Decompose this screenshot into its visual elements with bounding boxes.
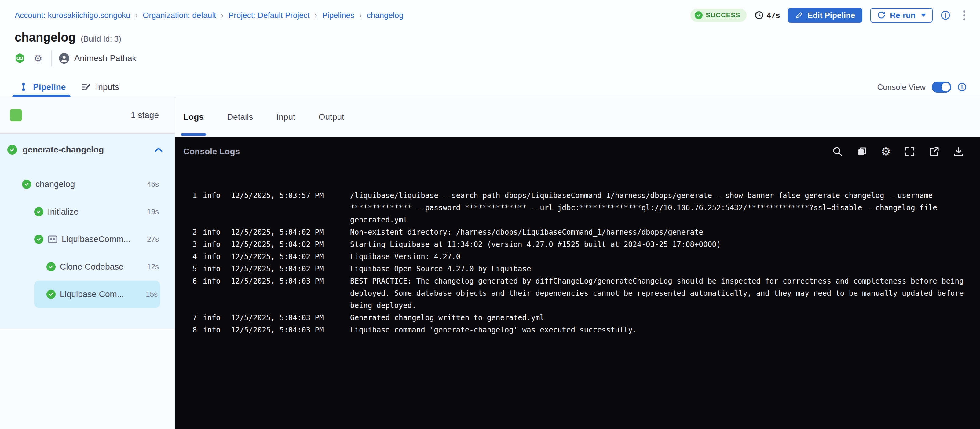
rerun-button[interactable]: Re-run <box>870 8 933 22</box>
breadcrumb-separator: › <box>135 11 138 20</box>
pipeline-icon <box>19 83 28 92</box>
log-line: 6info12/5/2025, 5:04:03 PMBEST PRACTICE:… <box>192 275 980 312</box>
console-view-info-icon[interactable] <box>958 83 967 92</box>
ci-module-icon <box>15 53 25 64</box>
success-check-icon <box>34 207 43 216</box>
log-tabbar: Logs Details Input Output <box>175 97 980 137</box>
breadcrumb-pipelines[interactable]: Pipelines <box>322 11 355 20</box>
breadcrumb-changelog[interactable]: changelog <box>367 11 404 20</box>
stage-tree: generate-changelog changelog 46s <box>0 134 175 329</box>
clock-icon <box>754 11 764 20</box>
inputs-icon <box>81 83 91 92</box>
success-check-icon <box>22 180 31 189</box>
log-line: 8info12/5/2025, 5:04:03 PMLiquibase comm… <box>192 324 980 336</box>
console-view-control: Console View <box>877 81 980 92</box>
step-row-initialize[interactable]: Initialize 19s <box>0 198 175 225</box>
tab-logs[interactable]: Logs <box>183 97 204 137</box>
console-log-output[interactable]: 1info12/5/2025, 5:03:57 PM/liquibase/liq… <box>175 166 980 429</box>
step-list: changelog 46s Initialize 19s <box>0 171 175 308</box>
console-title: Console Logs <box>183 147 240 156</box>
tab-pipeline[interactable]: Pipeline <box>19 78 66 97</box>
copy-icon[interactable] <box>857 146 867 157</box>
console-header: Console Logs ⚙ <box>175 137 980 166</box>
log-line: 3info12/5/2025, 5:04:02 PMStarting Liqui… <box>192 238 980 250</box>
stage-count: 1 stage <box>131 110 159 120</box>
stage-status-square[interactable] <box>10 109 22 121</box>
settings-gear-icon[interactable]: ⚙ <box>33 53 43 63</box>
duration-text: 47s <box>767 11 780 20</box>
build-id: (Build Id: 3) <box>81 34 121 44</box>
page-title: changelog <box>15 30 76 44</box>
avatar <box>59 53 69 64</box>
status-badge: SUCCESS <box>690 8 746 22</box>
console-view-toggle[interactable] <box>932 81 951 92</box>
more-options-menu-icon[interactable] <box>961 9 968 22</box>
breadcrumb-account[interactable]: Account: kurosakiichigo.songoku <box>15 11 130 20</box>
log-line: 2info12/5/2025, 5:04:02 PMNon-existent d… <box>192 226 980 238</box>
stage-strip: 1 stage <box>0 97 175 134</box>
step-group-icon <box>48 235 57 244</box>
log-line: 1info12/5/2025, 5:03:57 PM/liquibase/liq… <box>192 190 980 226</box>
tab-details[interactable]: Details <box>227 97 253 137</box>
log-line: 5info12/5/2025, 5:04:02 PMLiquibase Open… <box>192 263 980 275</box>
title-row: changelog (Build Id: 3) <box>15 30 980 44</box>
success-check-icon <box>695 11 703 19</box>
header-actions: SUCCESS 47s Edit Pipeline Re-run <box>690 8 968 22</box>
breadcrumb-separator: › <box>315 11 317 20</box>
fullscreen-icon[interactable] <box>904 146 915 157</box>
success-check-icon <box>46 290 56 299</box>
tab-input[interactable]: Input <box>276 97 295 137</box>
rerun-caret-icon <box>921 14 926 17</box>
breadcrumb-separator: › <box>221 11 224 20</box>
divider <box>51 50 52 66</box>
meta-row: ⚙ Animesh Pathak <box>15 52 980 64</box>
download-icon[interactable] <box>953 146 964 157</box>
breadcrumb: Account: kurosakiichigo.songoku › Organi… <box>15 11 404 20</box>
log-line: 4info12/5/2025, 5:04:02 PMLiquibase Vers… <box>192 250 980 263</box>
edit-pipeline-button[interactable]: Edit Pipeline <box>788 8 862 22</box>
stage-group-row[interactable]: generate-changelog <box>0 134 175 166</box>
step-row-clone-codebase[interactable]: Clone Codebase 12s <box>0 253 175 281</box>
pencil-icon <box>795 11 803 19</box>
search-icon[interactable] <box>832 146 843 157</box>
stage-group-label: generate-changelog <box>22 145 104 155</box>
console-panel: Console Logs ⚙ <box>175 137 980 429</box>
breadcrumb-separator: › <box>359 11 362 20</box>
console-view-label: Console View <box>877 83 926 92</box>
open-in-new-tab-icon[interactable] <box>929 146 940 157</box>
step-duration: 12s <box>147 263 159 271</box>
step-row-liquibase-command-selected[interactable]: Liquibase Com... 15s <box>34 281 160 308</box>
success-check-icon <box>7 145 17 155</box>
success-check-icon <box>34 234 43 244</box>
header: Account: kurosakiichigo.songoku › Organi… <box>0 0 980 97</box>
status-text: SUCCESS <box>706 11 740 19</box>
step-duration: 15s <box>146 290 158 298</box>
info-icon[interactable] <box>940 10 950 20</box>
step-duration: 46s <box>147 180 159 188</box>
collapse-chevron-icon[interactable] <box>154 147 162 153</box>
step-row-changelog[interactable]: changelog 46s <box>0 171 175 198</box>
author-name: Animesh Pathak <box>74 53 137 63</box>
breadcrumb-project[interactable]: Project: Default Project <box>229 11 310 20</box>
success-check-icon <box>46 262 56 271</box>
tab-output[interactable]: Output <box>319 97 344 137</box>
step-detail-panel: Logs Details Input Output Console Logs <box>175 97 980 429</box>
console-toolbar: ⚙ <box>832 146 964 157</box>
rerun-icon <box>877 11 886 19</box>
tab-inputs[interactable]: Inputs <box>81 78 119 97</box>
view-tabbar: Pipeline Inputs Console View <box>0 78 980 97</box>
breadcrumb-organization[interactable]: Organization: default <box>143 11 216 20</box>
pipeline-execution-page: Account: kurosakiichigo.songoku › Organi… <box>0 0 980 429</box>
step-row-liquibase-command-group[interactable]: LiquibaseComm... 27s <box>0 225 175 253</box>
execution-sidebar: 1 stage generate-changelog <box>0 97 175 429</box>
duration-indicator: 47s <box>754 11 780 20</box>
step-duration: 27s <box>147 235 159 244</box>
settings-icon[interactable]: ⚙ <box>881 146 891 157</box>
log-line: 7info12/5/2025, 5:04:03 PMGenerated chan… <box>192 312 980 324</box>
step-duration: 19s <box>147 207 159 216</box>
sidebar-empty-area <box>0 329 175 429</box>
